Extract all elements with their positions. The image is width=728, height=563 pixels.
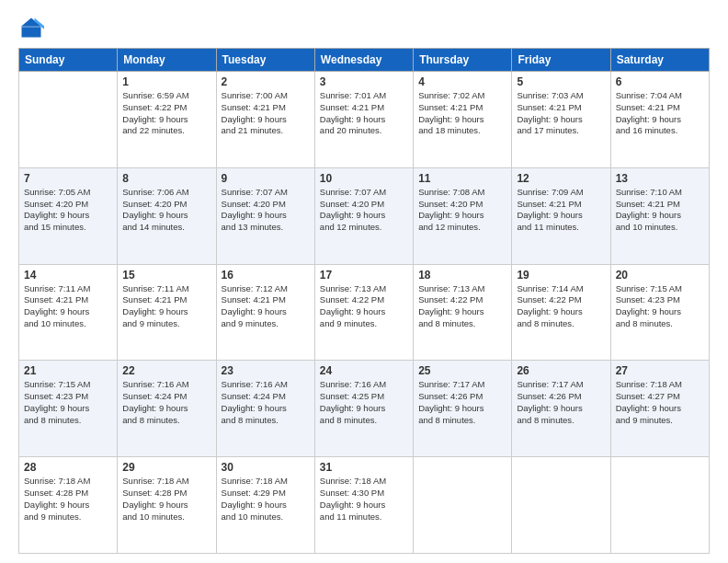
svg-rect-2 <box>22 26 41 28</box>
calendar-cell: 23Sunrise: 7:16 AMSunset: 4:24 PMDayligh… <box>216 361 314 457</box>
day-info: Sunrise: 7:17 AMSunset: 4:26 PMDaylight:… <box>418 379 506 426</box>
calendar-cell: 19Sunrise: 7:14 AMSunset: 4:22 PMDayligh… <box>512 264 610 361</box>
calendar-week-row: 1Sunrise: 6:59 AMSunset: 4:22 PMDaylight… <box>19 72 710 168</box>
calendar-cell <box>610 457 709 554</box>
calendar-cell: 8Sunrise: 7:06 AMSunset: 4:20 PMDaylight… <box>118 167 216 264</box>
day-info: Sunrise: 7:13 AMSunset: 4:22 PMDaylight:… <box>418 283 506 330</box>
weekday-saturday: Saturday <box>610 49 709 72</box>
weekday-monday: Monday <box>118 49 216 72</box>
weekday-friday: Friday <box>512 49 610 72</box>
calendar: SundayMondayTuesdayWednesdayThursdayFrid… <box>18 48 710 554</box>
day-number: 23 <box>222 364 310 377</box>
day-info: Sunrise: 7:09 AMSunset: 4:21 PMDaylight:… <box>517 187 605 234</box>
day-number: 6 <box>616 75 704 88</box>
calendar-cell: 24Sunrise: 7:16 AMSunset: 4:25 PMDayligh… <box>314 361 413 457</box>
day-number: 27 <box>616 364 704 377</box>
day-number: 15 <box>122 269 210 282</box>
day-info: Sunrise: 7:04 AMSunset: 4:21 PMDaylight:… <box>616 90 704 137</box>
calendar-cell: 21Sunrise: 7:15 AMSunset: 4:23 PMDayligh… <box>19 361 118 457</box>
logo-icon <box>18 15 44 40</box>
day-number: 2 <box>222 75 310 88</box>
day-info: Sunrise: 7:07 AMSunset: 4:20 PMDaylight:… <box>320 187 408 234</box>
day-number: 11 <box>418 172 506 185</box>
day-number: 7 <box>24 172 112 185</box>
day-number: 13 <box>616 172 704 185</box>
weekday-tuesday: Tuesday <box>216 49 314 72</box>
day-number: 21 <box>24 364 112 377</box>
header <box>18 15 710 40</box>
day-number: 14 <box>24 269 112 282</box>
calendar-cell: 15Sunrise: 7:11 AMSunset: 4:21 PMDayligh… <box>118 264 216 361</box>
calendar-cell: 12Sunrise: 7:09 AMSunset: 4:21 PMDayligh… <box>512 167 610 264</box>
weekday-sunday: Sunday <box>19 49 118 72</box>
calendar-cell: 28Sunrise: 7:18 AMSunset: 4:28 PMDayligh… <box>19 457 118 554</box>
calendar-cell <box>19 72 118 168</box>
day-number: 17 <box>320 269 408 282</box>
calendar-cell: 22Sunrise: 7:16 AMSunset: 4:24 PMDayligh… <box>118 361 216 457</box>
calendar-cell: 30Sunrise: 7:18 AMSunset: 4:29 PMDayligh… <box>216 457 314 554</box>
day-info: Sunrise: 7:12 AMSunset: 4:21 PMDaylight:… <box>222 283 310 330</box>
day-number: 26 <box>517 364 605 377</box>
day-info: Sunrise: 7:18 AMSunset: 4:29 PMDaylight:… <box>222 476 310 523</box>
day-info: Sunrise: 7:10 AMSunset: 4:21 PMDaylight:… <box>616 187 704 234</box>
day-number: 8 <box>122 172 210 185</box>
calendar-week-row: 14Sunrise: 7:11 AMSunset: 4:21 PMDayligh… <box>19 264 710 361</box>
calendar-cell: 26Sunrise: 7:17 AMSunset: 4:26 PMDayligh… <box>512 361 610 457</box>
day-info: Sunrise: 7:17 AMSunset: 4:26 PMDaylight:… <box>517 379 605 426</box>
calendar-cell: 17Sunrise: 7:13 AMSunset: 4:22 PMDayligh… <box>314 264 413 361</box>
page: SundayMondayTuesdayWednesdayThursdayFrid… <box>0 0 728 563</box>
calendar-cell: 27Sunrise: 7:18 AMSunset: 4:27 PMDayligh… <box>610 361 709 457</box>
day-info: Sunrise: 7:03 AMSunset: 4:21 PMDaylight:… <box>517 90 605 137</box>
calendar-cell <box>512 457 610 554</box>
day-info: Sunrise: 7:16 AMSunset: 4:24 PMDaylight:… <box>122 379 210 426</box>
calendar-cell: 20Sunrise: 7:15 AMSunset: 4:23 PMDayligh… <box>610 264 709 361</box>
calendar-cell: 7Sunrise: 7:05 AMSunset: 4:20 PMDaylight… <box>19 167 118 264</box>
day-info: Sunrise: 7:02 AMSunset: 4:21 PMDaylight:… <box>418 90 506 137</box>
day-info: Sunrise: 7:16 AMSunset: 4:24 PMDaylight:… <box>222 379 310 426</box>
day-info: Sunrise: 7:01 AMSunset: 4:21 PMDaylight:… <box>320 90 408 137</box>
calendar-cell: 2Sunrise: 7:00 AMSunset: 4:21 PMDaylight… <box>216 72 314 168</box>
calendar-cell: 13Sunrise: 7:10 AMSunset: 4:21 PMDayligh… <box>610 167 709 264</box>
day-info: Sunrise: 7:13 AMSunset: 4:22 PMDaylight:… <box>320 283 408 330</box>
weekday-header-row: SundayMondayTuesdayWednesdayThursdayFrid… <box>19 49 710 72</box>
calendar-cell: 25Sunrise: 7:17 AMSunset: 4:26 PMDayligh… <box>414 361 512 457</box>
day-info: Sunrise: 7:06 AMSunset: 4:20 PMDaylight:… <box>122 187 210 234</box>
calendar-cell: 9Sunrise: 7:07 AMSunset: 4:20 PMDaylight… <box>216 167 314 264</box>
day-number: 30 <box>222 461 310 474</box>
day-number: 24 <box>320 364 408 377</box>
day-number: 5 <box>517 75 605 88</box>
calendar-cell <box>414 457 512 554</box>
calendar-week-row: 21Sunrise: 7:15 AMSunset: 4:23 PMDayligh… <box>19 361 710 457</box>
weekday-wednesday: Wednesday <box>314 49 413 72</box>
day-info: Sunrise: 7:00 AMSunset: 4:21 PMDaylight:… <box>222 90 310 137</box>
calendar-cell: 16Sunrise: 7:12 AMSunset: 4:21 PMDayligh… <box>216 264 314 361</box>
day-number: 29 <box>122 461 210 474</box>
day-number: 9 <box>222 172 310 185</box>
day-number: 25 <box>418 364 506 377</box>
day-number: 19 <box>517 269 605 282</box>
day-info: Sunrise: 7:07 AMSunset: 4:20 PMDaylight:… <box>222 187 310 234</box>
day-number: 4 <box>418 75 506 88</box>
day-info: Sunrise: 7:14 AMSunset: 4:22 PMDaylight:… <box>517 283 605 330</box>
day-info: Sunrise: 7:15 AMSunset: 4:23 PMDaylight:… <box>616 283 704 330</box>
day-number: 20 <box>616 269 704 282</box>
calendar-cell: 1Sunrise: 6:59 AMSunset: 4:22 PMDaylight… <box>118 72 216 168</box>
calendar-cell: 31Sunrise: 7:18 AMSunset: 4:30 PMDayligh… <box>314 457 413 554</box>
day-number: 1 <box>122 75 210 88</box>
calendar-cell: 4Sunrise: 7:02 AMSunset: 4:21 PMDaylight… <box>414 72 512 168</box>
day-info: Sunrise: 7:18 AMSunset: 4:27 PMDaylight:… <box>616 379 704 426</box>
day-info: Sunrise: 7:15 AMSunset: 4:23 PMDaylight:… <box>24 379 112 426</box>
calendar-week-row: 28Sunrise: 7:18 AMSunset: 4:28 PMDayligh… <box>19 457 710 554</box>
day-info: Sunrise: 7:11 AMSunset: 4:21 PMDaylight:… <box>122 283 210 330</box>
day-info: Sunrise: 7:18 AMSunset: 4:28 PMDaylight:… <box>24 476 112 523</box>
day-number: 3 <box>320 75 408 88</box>
day-info: Sunrise: 7:18 AMSunset: 4:28 PMDaylight:… <box>122 476 210 523</box>
day-number: 28 <box>24 461 112 474</box>
day-info: Sunrise: 6:59 AMSunset: 4:22 PMDaylight:… <box>122 90 210 137</box>
day-info: Sunrise: 7:05 AMSunset: 4:20 PMDaylight:… <box>24 187 112 234</box>
calendar-cell: 14Sunrise: 7:11 AMSunset: 4:21 PMDayligh… <box>19 264 118 361</box>
calendar-cell: 18Sunrise: 7:13 AMSunset: 4:22 PMDayligh… <box>414 264 512 361</box>
calendar-cell: 5Sunrise: 7:03 AMSunset: 4:21 PMDaylight… <box>512 72 610 168</box>
calendar-cell: 11Sunrise: 7:08 AMSunset: 4:20 PMDayligh… <box>414 167 512 264</box>
day-info: Sunrise: 7:16 AMSunset: 4:25 PMDaylight:… <box>320 379 408 426</box>
